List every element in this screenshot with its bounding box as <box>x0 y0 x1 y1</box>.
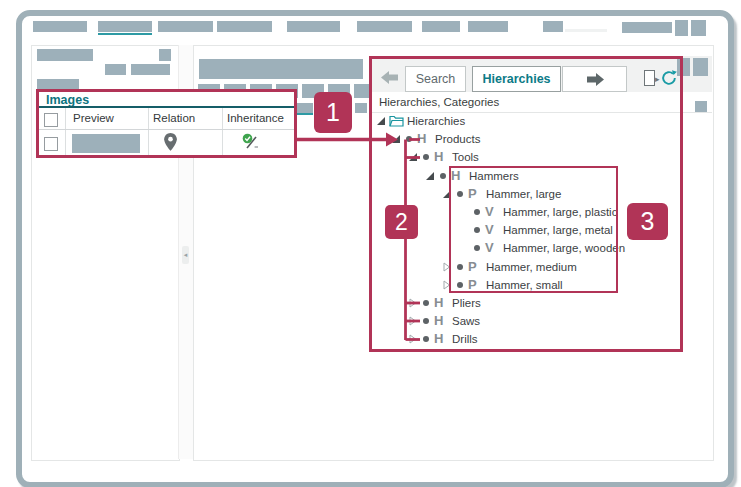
menu-item-placeholder[interactable] <box>158 21 213 32</box>
type-icon-P: P <box>468 260 484 274</box>
active-subtab-underline <box>297 113 313 115</box>
tree-item-label: Hierarchies <box>407 115 465 127</box>
tree-item-label: Hammer, large, metal <box>503 224 613 236</box>
tree-item-hierarchies[interactable]: Hierarchies <box>371 112 465 130</box>
toolbar-button-placeholder[interactable] <box>677 58 690 76</box>
type-icon-V: V <box>485 205 501 219</box>
small-button-placeholder[interactable] <box>105 64 126 75</box>
tree-bullet-icon <box>472 227 485 233</box>
tree-item-hammer-medium[interactable]: PHammer, medium <box>371 258 577 276</box>
tree-item-products[interactable]: HProducts <box>371 130 480 148</box>
column-divider <box>222 108 223 155</box>
expanded-triangle-icon[interactable] <box>426 172 438 180</box>
type-icon-V: V <box>485 241 501 255</box>
refresh-icon[interactable] <box>660 69 678 87</box>
back-arrow-icon[interactable] <box>381 71 399 84</box>
tree-item-label: Hammer, large <box>486 188 561 200</box>
type-icon-V: V <box>485 223 501 237</box>
tree-item-drills[interactable]: HDrills <box>371 330 478 348</box>
tree-item-saws[interactable]: HSaws <box>371 312 480 330</box>
menu-item-placeholder-active[interactable] <box>98 21 152 32</box>
collapsed-triangle-icon[interactable] <box>409 298 421 308</box>
tree-item-label: Hammer, large, plastic <box>503 206 617 218</box>
active-menu-underline <box>98 33 152 35</box>
menu-item-placeholder[interactable] <box>33 21 87 32</box>
type-icon-H: H <box>434 296 450 310</box>
row-checkbox[interactable] <box>44 137 58 151</box>
header-divider <box>39 129 294 130</box>
type-icon-H: H <box>451 169 467 183</box>
toolbar-button-placeholder[interactable] <box>695 101 707 112</box>
menu-item-placeholder[interactable] <box>543 21 563 32</box>
expanded-triangle-icon[interactable] <box>392 135 404 143</box>
tree-item-label: Pliers <box>452 297 481 309</box>
tree-item-label: Tools <box>452 151 479 163</box>
menu-item-placeholder[interactable] <box>468 21 508 32</box>
toolbar-button-placeholder[interactable] <box>693 58 708 76</box>
type-icon-H: H <box>434 332 450 346</box>
collapsed-triangle-icon[interactable] <box>409 316 421 326</box>
menu-item-placeholder[interactable] <box>622 22 672 33</box>
field-label-placeholder <box>37 49 93 61</box>
inherited-check-icon <box>242 133 260 151</box>
subtab-placeholder[interactable] <box>355 103 367 113</box>
tree-bullet-icon <box>404 136 417 142</box>
detach-window-icon[interactable]: ▸ <box>644 70 655 90</box>
forward-tab-box[interactable] <box>562 66 627 92</box>
expanded-triangle-icon[interactable] <box>377 117 389 125</box>
type-icon-P: P <box>468 278 484 292</box>
tree-item-tools[interactable]: HTools <box>371 148 479 166</box>
tab-search[interactable]: Search <box>405 66 466 92</box>
menu-divider <box>565 29 607 32</box>
collapsed-triangle-icon[interactable] <box>409 334 421 344</box>
callout-badge-2: 2 <box>385 205 418 239</box>
subtab-placeholder[interactable] <box>297 103 313 113</box>
menu-item-placeholder[interactable] <box>217 21 272 32</box>
callout-badge-1: 1 <box>314 92 352 133</box>
menu-item-placeholder[interactable] <box>357 21 412 32</box>
tree-item-hammer-large-wooden[interactable]: VHammer, large, wooden <box>371 239 625 257</box>
tree-item-pliers[interactable]: HPliers <box>371 294 481 312</box>
tree-item-hammers[interactable]: HHammers <box>371 167 519 185</box>
tree-item-label: Hammer, medium <box>486 261 577 273</box>
images-title-rule <box>39 106 294 108</box>
menu-item-placeholder[interactable] <box>422 21 460 32</box>
small-button-placeholder[interactable] <box>131 64 170 75</box>
expanded-triangle-icon[interactable] <box>409 153 421 161</box>
expanded-triangle-icon[interactable] <box>443 190 455 198</box>
select-all-checkbox[interactable] <box>44 113 58 127</box>
type-icon-P: P <box>468 187 484 201</box>
window-button-placeholder[interactable] <box>675 20 688 36</box>
column-header-relation: Relation <box>153 112 195 124</box>
forward-arrow-icon[interactable] <box>586 73 604 86</box>
tree-item-hammer-large[interactable]: PHammer, large <box>371 185 561 203</box>
tree-bullet-icon <box>472 245 485 251</box>
tree-bullet-icon <box>455 264 468 270</box>
callout-badge-3: 3 <box>627 203 668 240</box>
tree-bullet-icon <box>421 154 434 160</box>
type-icon-H: H <box>417 132 433 146</box>
collapsed-triangle-icon[interactable] <box>443 280 455 290</box>
hierarchy-tree: HierarchiesHProductsHToolsHHammersPHamme… <box>371 112 712 458</box>
tree-item-label: Hammers <box>469 170 519 182</box>
window-button-placeholder[interactable] <box>691 20 706 36</box>
tree-bullet-icon <box>455 282 468 288</box>
images-panel: Images Preview Relation Inheritance <box>36 89 297 158</box>
splitter-handle-icon[interactable]: ◂ <box>182 246 189 264</box>
tab-hierarchies[interactable]: Hierarchies <box>472 66 561 92</box>
tree-item-label: Products <box>435 133 480 145</box>
column-header-inheritance: Inheritance <box>227 112 284 124</box>
image-preview-thumbnail <box>72 134 140 153</box>
tree-item-label: Hammer, small <box>486 279 563 291</box>
tree-bullet-icon <box>472 209 485 215</box>
tree-bullet-icon <box>421 336 434 342</box>
tree-item-label: Hammer, large, wooden <box>503 242 625 254</box>
tree-item-label: Saws <box>452 315 480 327</box>
folder-icon <box>389 115 405 127</box>
breadcrumb: Hierarchies, Categories <box>379 96 499 108</box>
collapsed-triangle-icon[interactable] <box>443 262 455 272</box>
breadcrumb-bar: Hierarchies, Categories <box>371 92 712 113</box>
menu-item-placeholder[interactable] <box>287 21 340 32</box>
tree-item-hammer-small[interactable]: PHammer, small <box>371 276 563 294</box>
small-button-placeholder[interactable] <box>159 49 171 61</box>
